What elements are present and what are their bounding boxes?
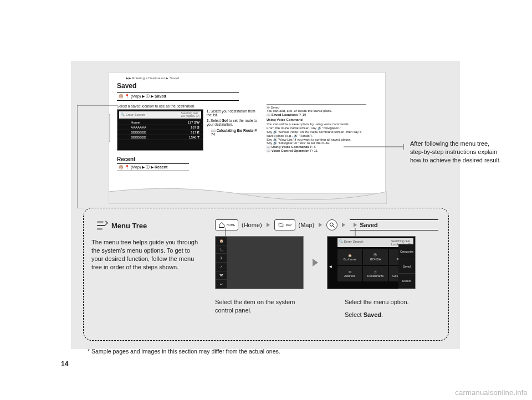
- bc3p: (Map) ▶ ⓘ ▶: [131, 165, 155, 169]
- search-pill: [326, 219, 337, 230]
- sample-instruction: Select a saved location to use as the de…: [117, 104, 261, 108]
- sample-manual-page: Navigation ▶▶ Entering a Destination ▶ S…: [109, 72, 386, 194]
- chevron-right-icon: [267, 223, 270, 227]
- side-saved: Saved: [398, 259, 415, 274]
- tile-go-home: 🏠Go Home: [337, 249, 362, 265]
- chevron-right-icon: [354, 223, 357, 227]
- r3d: 1346: [189, 136, 196, 139]
- bc3b: Recent: [155, 165, 167, 169]
- s1a: 1.: [207, 109, 211, 113]
- menu-tree-paragraph: The menu tree helps guide you through th…: [84, 234, 200, 271]
- r1r: S: [197, 126, 200, 129]
- panel-back-icon: ↩: [216, 280, 227, 289]
- il2c: Say 🔊 "Saved Place" on the voice command…: [267, 130, 366, 138]
- sample-screenshot-list: 🔍 Enter SearchSearching near Los Angeles…: [117, 109, 203, 151]
- bc2-bold: Saved: [155, 94, 166, 98]
- chevron-right-icon: [313, 259, 318, 266]
- s1b: Select your destination from the list.: [207, 109, 255, 117]
- sample-heading-recent: Recent: [109, 153, 385, 163]
- sample-heading-saved: Saved: [109, 80, 385, 91]
- panel-audio-icon: ♪: [216, 263, 227, 271]
- r1n: AAAAAAA: [131, 126, 146, 129]
- panel-map-icon: 🗺: [216, 271, 227, 280]
- tile-address: ✉Address: [337, 266, 362, 281]
- panel-info-icon: ℹ: [216, 254, 227, 263]
- srch-hint: Searching near Los Angeles, CA: [181, 112, 200, 117]
- srch-ph: Enter Search: [126, 113, 145, 116]
- screenshot-captions: Select the item on the system control pa…: [215, 298, 433, 319]
- chevron-right-icon: [342, 223, 345, 227]
- sample-steps: 1. Select your destination from the list…: [207, 109, 261, 151]
- page: Navigation ▶▶ Entering a Destination ▶ S…: [0, 0, 532, 400]
- il2a: You can utilize a saved place by using v…: [267, 122, 366, 126]
- il2b: From the Voice Portal screen, say 🔊 "Nav…: [267, 126, 366, 130]
- ih1: Saved: [271, 106, 280, 109]
- s2c: Go!: [222, 119, 228, 122]
- ir2p: P. 5: [309, 145, 316, 148]
- map-icon: [278, 222, 284, 228]
- screenshot-menu-options: 🔍 Enter SearchSearching near Los Angeles…: [327, 236, 416, 289]
- tile-restaurants: 🍴Restaurants: [363, 266, 387, 281]
- callout-line-2: [77, 105, 117, 208]
- tile-honda: ⒽHONDA: [363, 249, 387, 265]
- s2r: Calculating the Route: [217, 129, 254, 132]
- r0d: 117: [187, 121, 193, 124]
- ir3: Voice Control Operation: [272, 149, 310, 152]
- map-label: (Map): [299, 222, 315, 228]
- saved-label: Saved: [360, 222, 377, 228]
- home-button-pill: HOME: [215, 219, 238, 230]
- svg-point-2: [330, 223, 334, 226]
- svg-line-3: [333, 226, 335, 228]
- callout-line-1: [344, 143, 410, 144]
- r2r: E: [197, 131, 200, 134]
- r3n: BBBBBBB: [131, 136, 146, 139]
- panel-phone-icon: 📞: [216, 245, 227, 254]
- s2b: Select: [211, 119, 222, 122]
- watermark: carmanualsonline.info: [455, 388, 528, 397]
- ih2: Using Voice Command: [267, 118, 366, 122]
- back-arrow-icon: ◀: [329, 264, 335, 270]
- chevron-right-icon: [319, 223, 322, 227]
- r2d: 317: [191, 131, 196, 134]
- sample-left-col: Select a saved location to use as the de…: [117, 104, 261, 153]
- page-number: 14: [61, 360, 68, 368]
- cma: Select the menu option.: [345, 298, 433, 306]
- sb-ph: Enter Search: [344, 240, 364, 243]
- r2n: BBBBBBB: [131, 131, 146, 134]
- sample-breadcrumb: ▶▶ Entering a Destination ▶ Saved: [109, 73, 385, 80]
- ir3p: P. 11: [309, 149, 318, 152]
- cmb: Select: [345, 311, 364, 318]
- home-icon: [218, 222, 225, 228]
- r0r: SW: [194, 121, 200, 124]
- screenshots-row: 🏠 📞 ℹ ♪ 🗺 ↩ 🔍 Enter SearchSearching near…: [215, 236, 416, 289]
- r1d: 167: [191, 126, 196, 129]
- r0n: Home: [131, 121, 140, 124]
- search-icon: [329, 222, 335, 228]
- il1r: Saved Locations: [272, 113, 298, 116]
- bc2-prefix: (Map) ▶ ⓘ ▶: [131, 94, 155, 98]
- screenshot-control-panel: 🏠 📞 ℹ ♪ 🗺 ↩: [215, 236, 304, 289]
- menu-tree-title: Menu Tree: [111, 222, 147, 230]
- s2a: 2.: [207, 119, 211, 122]
- side-categories: Categories: [398, 244, 415, 259]
- footnote: * Sample pages and images in this sectio…: [88, 348, 280, 355]
- menu-tree-icon: [96, 219, 108, 232]
- sample-breadcrumb-2: 🛞 📍 (Map) ▶ ⓘ ▶ Saved: [117, 92, 239, 101]
- cmc: Saved: [364, 311, 381, 318]
- sample-breadcrumb-3: 🛞 📍 (Map) ▶ ⓘ ▶ Recent: [117, 163, 189, 171]
- r3r: T: [197, 136, 200, 139]
- map-button-pill: MAP: [274, 219, 295, 230]
- home-label: (Home): [242, 222, 262, 228]
- side-recent: Recent: [398, 274, 415, 289]
- saved-breadcrumb-pill: Saved: [350, 219, 438, 230]
- il1p: P. 19: [298, 113, 306, 116]
- panel-home-icon: 🏠: [216, 237, 227, 245]
- ir2: Using Voice Commands: [272, 145, 309, 148]
- caption-menu-option: Select the menu option. Select Saved.: [345, 298, 433, 319]
- cmd: .: [381, 311, 383, 318]
- callout-text: After following the menu tree, step-by-s…: [410, 140, 504, 165]
- menu-tree-path: HOME (Home) MAP (Map) Saved: [215, 217, 448, 233]
- caption-control-panel: Select the item on the system control pa…: [215, 298, 304, 319]
